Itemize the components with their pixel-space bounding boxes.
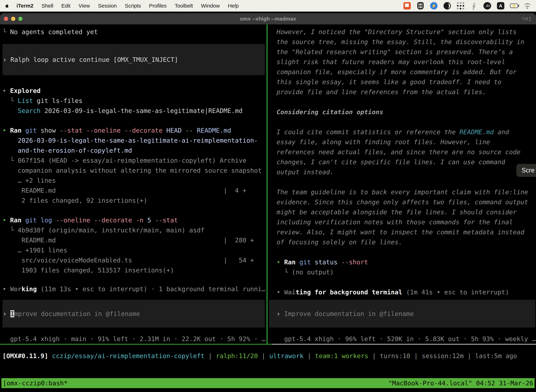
menu-item-view[interactable]: View bbox=[79, 3, 90, 9]
explored-block: • Explored └ List git ls-files Search 20… bbox=[2, 86, 266, 116]
model-status-left: gpt-5.4 xhigh · main · 91% left · 2.31M … bbox=[2, 334, 266, 344]
apple-menu-icon[interactable] bbox=[5, 3, 10, 8]
menu-item-iterm2[interactable]: iTerm2 bbox=[17, 3, 34, 9]
menu-item-window[interactable]: Window bbox=[201, 3, 220, 9]
prompt-input-left[interactable]: › Improve documentation in @filename bbox=[2, 300, 265, 327]
menu-item-profiles[interactable]: Profiles bbox=[149, 3, 167, 9]
reasoning-paragraph-3: The team guideline is to back every impo… bbox=[277, 187, 536, 247]
menu-item-scripts[interactable]: Scripts bbox=[125, 3, 141, 9]
tmux-status-bar: [omx-cczip0:bash* "MacBook-Pro-44.local"… bbox=[1, 378, 535, 388]
iterm-window: omx --xhigh --madmax ⌥⌘1 └ No agents com… bbox=[0, 13, 536, 392]
moon-circle-icon[interactable] bbox=[443, 2, 451, 10]
git-log-block: • Ran git log --oneline --decorate -n 5 … bbox=[2, 215, 266, 275]
terminal-content: └ No agents completed yet › Ralph loop a… bbox=[0, 24, 536, 392]
menu-item-toolbelt[interactable]: Toolbelt bbox=[175, 3, 193, 9]
menu-item-help[interactable]: Help bbox=[228, 3, 239, 9]
prompt-input-right[interactable]: › Improve documentation in @filename bbox=[269, 300, 536, 327]
menu-item-shell[interactable]: Shell bbox=[42, 3, 53, 9]
assistant-a-icon[interactable]: A bbox=[497, 2, 505, 10]
desktop-gap bbox=[0, 12, 536, 13]
window-titlebar[interactable]: omx --xhigh --madmax ⌥⌘1 bbox=[0, 13, 536, 24]
tmux-session-label: [omx-cczip0:bash* bbox=[3, 379, 67, 387]
menu-item-session[interactable]: Session bbox=[98, 3, 117, 9]
ralph-loop-banner: › Ralph loop active continue [OMX_TMUX_I… bbox=[2, 44, 265, 75]
chat-app-icon[interactable] bbox=[403, 2, 411, 10]
window-bottom-edge bbox=[0, 388, 536, 392]
menu-bar: iTerm2 Shell Edit View Session Scripts P… bbox=[0, 0, 536, 12]
git-status-block: • Ran git status --short └ (no output) bbox=[277, 257, 536, 277]
model-status-right: gpt-5.4 xhigh · 96% left · 520K in · 5.8… bbox=[277, 334, 536, 344]
screen-notification-chip[interactable]: Scre bbox=[516, 164, 536, 177]
working-status-line: • Working (11m 13s • esc to interrupt) ·… bbox=[2, 284, 266, 294]
dots-grid-icon[interactable] bbox=[456, 2, 464, 10]
menu-status-icons: ⚡ ∮ ..61 A ⚡ bbox=[403, 2, 531, 10]
reasoning-paragraph-1: However, I noticed the "Directory Struct… bbox=[277, 27, 536, 97]
battery-icon[interactable]: ⚡ bbox=[510, 2, 518, 10]
waiting-status-line: • Waiting for background terminal (1m 41… bbox=[277, 287, 536, 297]
pane-right[interactable]: However, I noticed the "Directory Struct… bbox=[268, 24, 536, 344]
reasoning-heading: Considering citation options bbox=[277, 107, 536, 117]
omx-status-text: [OMX#0.11.9] cczip/essay/ai-reimplementa… bbox=[2, 352, 517, 359]
bolt-badge-icon[interactable]: ⚡ bbox=[430, 2, 438, 10]
window-shortcut-badge: ⌥⌘1 bbox=[522, 16, 531, 22]
wifi-icon[interactable] bbox=[523, 2, 531, 10]
window-title: omx --xhigh --madmax bbox=[0, 16, 536, 22]
shield-icon[interactable] bbox=[416, 2, 425, 10]
tmux-host-clock: "MacBook-Pro-44.local" 04:52 31-Mar-26 bbox=[388, 379, 533, 387]
reasoning-paragraph-2: I could cite commit statistics or refere… bbox=[277, 127, 536, 177]
right-bottom-cluster: › Improve documentation in @filename gpt… bbox=[277, 300, 536, 344]
usage-badge-icon[interactable]: ..61 bbox=[483, 2, 491, 10]
agents-completed-line: └ No agents completed yet bbox=[2, 27, 266, 37]
omx-status-bar: [OMX#0.11.9] cczip/essay/ai-reimplementa… bbox=[0, 345, 536, 378]
pane-left[interactable]: └ No agents completed yet › Ralph loop a… bbox=[0, 24, 268, 344]
squiggle-icon[interactable]: ∮ bbox=[470, 2, 478, 10]
tmux-panes: └ No agents completed yet › Ralph loop a… bbox=[0, 24, 536, 344]
left-bottom-cluster: › Improve documentation in @filename gpt… bbox=[2, 300, 266, 344]
menu-item-edit[interactable]: Edit bbox=[61, 3, 71, 9]
git-show-block: • Ran git show --stat --oneline --decora… bbox=[2, 125, 266, 205]
